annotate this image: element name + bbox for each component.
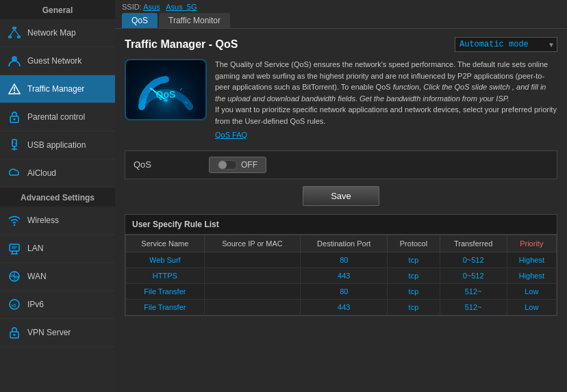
ssid-label: SSID: — [122, 3, 142, 11]
cell-source — [204, 283, 301, 299]
sidebar-item-label: Guest Network — [27, 56, 81, 66]
svg-line-36 — [180, 88, 182, 90]
wireless-icon — [7, 213, 22, 228]
svg-text:v6: v6 — [11, 303, 16, 308]
cell-protocol: tcp — [388, 252, 440, 267]
sidebar-item-label: USB application — [27, 140, 86, 150]
main-content: SSID: Asus Asus_5G QoS Traffic Monitor T… — [115, 0, 567, 392]
qos-faq-link[interactable]: QoS FAQ — [215, 129, 557, 141]
description-line5: fields. Get the bandwidth information fr… — [338, 94, 509, 103]
cell-source — [204, 267, 301, 283]
cell-service: File Transfer — [126, 283, 205, 299]
svg-rect-10 — [12, 140, 16, 146]
col-transferred: Transferred — [440, 235, 507, 252]
ssid-line: SSID: Asus Asus_5G — [122, 3, 560, 11]
cell-protocol: tcp — [388, 283, 440, 299]
advanced-section-label: Advanced Settings — [0, 187, 115, 207]
cell-transferred: 0~512 — [440, 252, 507, 267]
cell-protocol: tcp — [388, 267, 440, 283]
network-icon — [7, 25, 22, 40]
cell-service: HTTPS — [126, 267, 205, 283]
tab-bar: QoS Traffic Monitor — [122, 13, 560, 28]
cell-dest-port: 80 — [301, 283, 388, 299]
cell-priority: Low — [507, 283, 556, 299]
svg-point-32 — [164, 98, 168, 102]
general-section-label: General — [0, 0, 115, 19]
info-section: QoS The Quality of Service (QoS) ensures… — [125, 59, 557, 141]
content-area: Traffic Manager - QoS Automatic modeManu… — [115, 29, 567, 392]
cell-service: File Transfer — [126, 299, 205, 315]
table-row: File Transfer80tcp512~Low — [126, 283, 557, 299]
sidebar-item-network-map[interactable]: Network Map — [0, 19, 115, 47]
toggle-indicator — [218, 160, 237, 170]
ssid-link-2[interactable]: Asus_5G — [166, 3, 197, 11]
sidebar-item-ipv6[interactable]: v6 IPv6 — [0, 291, 115, 319]
sidebar-item-label: Network Map — [27, 28, 76, 38]
rule-table: Service Name Source IP or MAC Destinatio… — [125, 235, 557, 315]
cell-protocol: tcp — [388, 299, 440, 315]
sidebar-item-label: Parental control — [27, 112, 85, 122]
svg-rect-0 — [12, 27, 16, 29]
col-service-name: Service Name — [126, 235, 205, 252]
cell-source — [204, 299, 301, 315]
sidebar-item-usb-application[interactable]: USB application — [0, 131, 115, 159]
sidebar-item-guest-network[interactable]: Guest Network — [0, 47, 115, 75]
qos-toggle-label: QoS — [134, 159, 202, 170]
sidebar-item-label: Traffic Manager — [27, 84, 84, 94]
save-button-row: Save — [125, 186, 557, 206]
wan-icon — [7, 269, 22, 284]
sidebar-item-label: IPv6 — [27, 300, 44, 309]
qos-toggle-row: QoS OFF — [125, 151, 557, 179]
svg-rect-1 — [8, 36, 12, 38]
toggle-state-label: OFF — [241, 160, 257, 170]
sidebar-item-traffic-manager[interactable]: Traffic Manager — [0, 75, 115, 103]
sidebar-item-label: WAN — [27, 272, 47, 281]
cell-transferred: 0~512 — [440, 267, 507, 283]
description-line1: The Quality of Service (QoS) ensures the… — [215, 60, 510, 68]
sidebar: General Network Map Guest Network — [0, 0, 115, 392]
svg-line-4 — [14, 29, 19, 36]
cell-dest-port: 443 — [301, 299, 388, 315]
mode-select[interactable]: Automatic modeManual modeDisable — [455, 37, 557, 52]
col-protocol: Protocol — [388, 235, 440, 252]
tab-qos[interactable]: QoS — [122, 13, 158, 28]
sidebar-item-wireless[interactable]: Wireless — [0, 207, 115, 235]
parental-icon — [7, 109, 22, 125]
cell-service: Web Surf — [126, 252, 205, 267]
sidebar-item-label: Wireless — [27, 215, 59, 225]
svg-point-7 — [14, 92, 15, 93]
cell-transferred: 512~ — [440, 299, 507, 315]
save-button[interactable]: Save — [303, 186, 379, 206]
mode-select-wrapper[interactable]: Automatic modeManual modeDisable — [455, 37, 557, 52]
cloud-icon — [7, 166, 22, 181]
top-bar: SSID: Asus Asus_5G QoS Traffic Monitor — [115, 0, 567, 29]
tab-traffic-monitor[interactable]: Traffic Monitor — [159, 13, 230, 28]
svg-point-28 — [14, 334, 16, 336]
cell-transferred: 512~ — [440, 283, 507, 299]
col-source-ip: Source IP or MAC — [204, 235, 301, 252]
sidebar-item-aicloud[interactable]: AiCloud — [0, 159, 115, 187]
col-dest-port: Destination Port — [301, 235, 388, 252]
page-header: Traffic Manager - QoS Automatic modeManu… — [125, 37, 557, 52]
rule-list-section: User Specify Rule List Service Name Sour… — [125, 214, 557, 316]
vpn-icon — [7, 325, 22, 340]
qos-toggle-switch[interactable]: OFF — [209, 157, 266, 173]
sidebar-item-label: LAN — [27, 244, 43, 253]
sidebar-item-label: AiCloud — [27, 168, 56, 178]
sidebar-item-wan[interactable]: WAN — [0, 263, 115, 291]
sidebar-item-lan[interactable]: LAN — [0, 235, 115, 263]
qos-gauge: QoS — [125, 59, 207, 120]
ssid-link-1[interactable]: Asus — [143, 3, 160, 11]
table-row: File Transfer443tcp512~Low — [126, 299, 557, 315]
cell-source — [204, 252, 301, 267]
table-row: HTTPS443tcp0~512Highest — [126, 267, 557, 283]
info-text: The Quality of Service (QoS) ensures the… — [215, 59, 557, 141]
sidebar-item-label: VPN Server — [27, 328, 71, 337]
cell-dest-port: 443 — [301, 267, 388, 283]
sidebar-item-parental-control[interactable]: Parental control — [0, 103, 115, 131]
cell-priority: Highest — [507, 267, 556, 283]
rule-list-header: User Specify Rule List — [125, 215, 557, 235]
cell-priority: Low — [507, 299, 556, 315]
sidebar-item-vpn-server[interactable]: VPN Server — [0, 319, 115, 347]
page-title: Traffic Manager - QoS — [125, 38, 238, 51]
